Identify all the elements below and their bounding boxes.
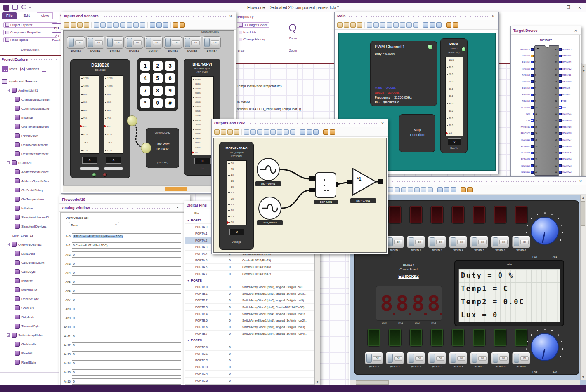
switch--porta-6[interactable]: Off$PORTA.6 (491, 236, 509, 251)
flowcode19-titlebar[interactable]: Flowcode#19 (59, 195, 190, 204)
board-hscrollbar[interactable] (350, 380, 580, 385)
switch-lever[interactable] (451, 354, 456, 363)
switch-lever[interactable] (388, 354, 393, 363)
tree-item-resetmeasurement[interactable]: ResetMeasurement (1, 149, 60, 158)
pwm-gauge-component[interactable]: PWM Pwm2 (PWM CH1) 100.090.080.070.060.0… (440, 38, 468, 153)
close-icon[interactable]: × (578, 178, 583, 183)
tree-item-getserialstring[interactable]: GetSerialString (1, 185, 60, 195)
analog-value-field[interactable]: 0 (72, 297, 181, 303)
tree-item-onewireds2482[interactable]: -OneWireDS2482 (1, 240, 60, 249)
switch-body[interactable]: Off (470, 236, 488, 248)
delete-icon[interactable] (461, 187, 466, 192)
dsp-mixer-component[interactable] (315, 172, 336, 198)
keypad-key-7[interactable]: 7 (140, 86, 150, 96)
switch-lever[interactable] (409, 237, 414, 246)
tree-item-initialise[interactable]: Initialise (1, 276, 60, 285)
pin-pad-left[interactable] (531, 145, 534, 148)
expander-icon[interactable]: ▾ (185, 279, 191, 282)
tree-item-powerdown[interactable]: PowerDown (1, 131, 60, 140)
switch--porta-3[interactable]: Off$PORTA.3 (428, 236, 446, 251)
pin-pad-right[interactable] (559, 119, 562, 122)
switch-lever[interactable] (204, 38, 210, 47)
switch-body[interactable]: Off (428, 352, 446, 364)
scroll-up-icon[interactable]: ▲ (581, 64, 586, 69)
group-icon[interactable] (284, 129, 289, 135)
switch--portb-5[interactable]: Off$PORTB.5 (164, 36, 182, 52)
tree-item-onetimemeasurem[interactable]: OneTimeMeasurem (1, 122, 60, 131)
switch-lever[interactable] (514, 237, 519, 246)
rotate-icon[interactable] (436, 22, 442, 28)
switch-lever[interactable] (409, 354, 414, 363)
switch-lever[interactable] (185, 38, 190, 47)
analog-value-field[interactable]: 0 (72, 342, 181, 348)
switch--portb-1[interactable]: Off$PORTB.1 (86, 36, 104, 52)
tree-item-ds18b20[interactable]: -DS18B20 (1, 158, 60, 167)
switch--portb-1[interactable]: Off$PORTB.1 (386, 352, 404, 368)
switch-body[interactable]: Off (164, 36, 182, 49)
pin-pad-right[interactable] (559, 55, 562, 57)
swap-icon[interactable] (414, 187, 420, 192)
pan-icon[interactable] (344, 22, 349, 28)
pot-knob[interactable] (525, 211, 565, 251)
switch-body[interactable]: Off (386, 236, 404, 248)
add-component-icon[interactable] (244, 129, 249, 135)
keypad-key-4[interactable]: 4 (140, 73, 150, 83)
tree-item-initialise[interactable]: Initialise (1, 113, 60, 122)
multi-select-icon[interactable] (357, 22, 362, 28)
analog-value-field[interactable]: 828 ComboBL0114(LightSensor ADC) (72, 233, 181, 239)
paste-icon[interactable] (107, 22, 112, 28)
keypad-key-5[interactable]: 5 (153, 73, 163, 83)
switch--portb-5[interactable]: Off$PORTB.5 (470, 352, 488, 368)
variables-icon[interactable]: {X} (20, 67, 25, 71)
zoom-button-label[interactable]: Zoom (286, 36, 300, 40)
ribbon-button-project-explorer[interactable]: Project Explorer (3, 22, 57, 28)
close-icon[interactable]: × (491, 14, 496, 19)
2d-panels-icon[interactable]: 2D (52, 23, 61, 33)
ribbon-toggle-change-history[interactable]: Change History (237, 37, 269, 42)
switch--portb-7[interactable]: Off$PORTB.7 (203, 36, 221, 52)
keypad-key-2[interactable]: 2 (153, 61, 163, 71)
switch-body[interactable]: Off (67, 36, 85, 49)
dsp-wave1-component[interactable] (257, 158, 280, 181)
add-component-icon[interactable] (94, 22, 99, 28)
digital-pin-row-porta-6[interactable]: PORTA.60ComboBL0114(PinA6) (185, 264, 314, 270)
switch-lever[interactable] (430, 354, 435, 363)
pin-pad-right[interactable] (559, 74, 562, 77)
switch-body[interactable]: Off (183, 36, 201, 49)
digital-pin-row-portc-3[interactable]: PORTC.30 (185, 364, 314, 371)
icons-button-label[interactable]: Icons (9, 67, 17, 71)
clear-icon[interactable] (453, 22, 458, 28)
zoom-icon[interactable] (289, 24, 296, 31)
pin-pad-left[interactable] (531, 152, 534, 154)
map-function-component[interactable]: Map Function (399, 114, 435, 152)
analog-value-field[interactable]: 0 (72, 306, 181, 312)
switch-lever[interactable] (107, 38, 113, 47)
insert-icon[interactable] (264, 129, 269, 135)
pin-pad-right[interactable] (559, 87, 562, 89)
close-icon[interactable]: × (573, 28, 578, 33)
group-icon[interactable] (133, 22, 139, 28)
expander-icon[interactable]: - (7, 333, 10, 337)
tree-item-continuousmeasure[interactable]: ContinuousMeasure (1, 104, 60, 113)
paste-icon[interactable] (380, 22, 385, 28)
switch--portb-6[interactable]: Off$PORTB.6 (491, 352, 509, 368)
digital-pin-row-portb-4[interactable]: PORTB.40SwitchArraySlider1(pin4), keypad… (185, 311, 314, 317)
analog-value-field[interactable]: 0 ComboBL0114(Pot ADC) (72, 242, 181, 249)
switch-body[interactable]: Off (491, 352, 509, 364)
delete-icon[interactable] (323, 129, 328, 135)
connect-icon[interactable] (270, 129, 276, 135)
group-icon[interactable] (406, 22, 412, 28)
switch--portb-2[interactable]: Off$PORTB.2 (407, 352, 425, 368)
keypad-key-#[interactable]: # (165, 98, 175, 108)
analog-value-field[interactable]: 0 (72, 378, 181, 385)
board-vscrollbar[interactable]: ▲ ▼ (580, 195, 586, 380)
tree-item-switcharrayslider[interactable]: -SwitchArraySlider (1, 331, 60, 340)
swap-icon[interactable] (400, 22, 405, 28)
pin-pad-left[interactable] (531, 132, 534, 135)
pin-pad-right[interactable] (559, 126, 562, 128)
distribute-icon[interactable] (156, 22, 162, 28)
switch-lever[interactable] (127, 38, 132, 47)
pin-pad-left[interactable] (531, 74, 534, 77)
ribbon-button-find-replace[interactable]: Find/Replace (3, 37, 57, 42)
clear-icon[interactable] (467, 187, 473, 192)
